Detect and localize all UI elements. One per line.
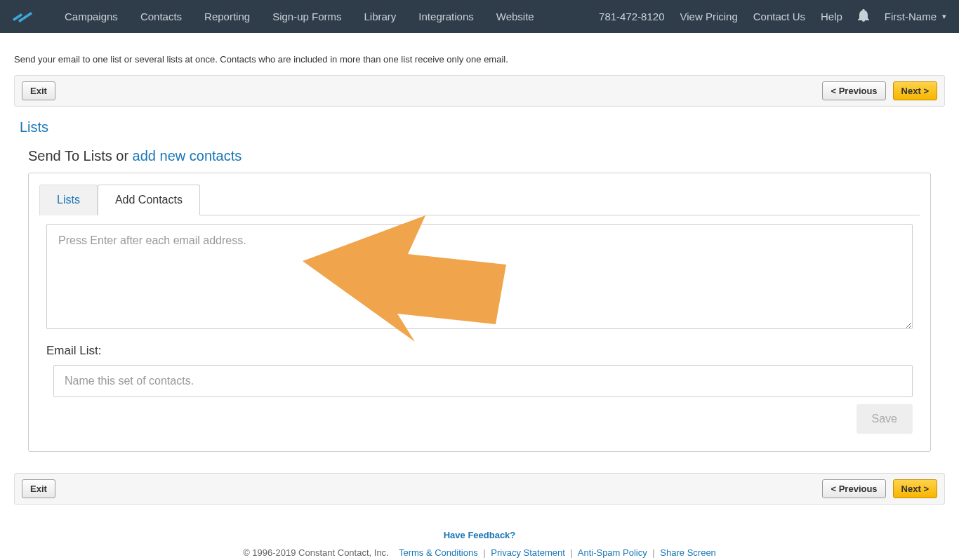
nav-contact-us[interactable]: Contact Us [753, 11, 805, 22]
footer: Have Feedback? © 1996-2019 Constant Cont… [0, 517, 959, 560]
intro-text: Send your email to one list or several l… [14, 54, 945, 65]
action-bar-bottom: Exit < Previous Next > [14, 473, 945, 505]
chevron-down-icon: ▾ [942, 12, 946, 21]
nav-signup-forms[interactable]: Sign-up Forms [261, 11, 352, 22]
nav-website[interactable]: Website [485, 11, 545, 22]
previous-button-bottom[interactable]: < Previous [822, 479, 885, 498]
top-nav: Campaigns Contacts Reporting Sign-up For… [0, 0, 959, 33]
nav-phone[interactable]: 781-472-8120 [599, 11, 664, 22]
user-menu[interactable]: First-Name ▾ [885, 11, 946, 22]
exit-button-bottom[interactable]: Exit [22, 479, 55, 498]
user-name: First-Name [885, 11, 937, 22]
copyright: © 1996-2019 Constant Contact, Inc. [243, 547, 389, 558]
previous-button[interactable]: < Previous [822, 81, 885, 100]
exit-button[interactable]: Exit [22, 81, 55, 100]
next-button[interactable]: Next > [893, 81, 937, 100]
nav-integrations[interactable]: Integrations [407, 11, 484, 22]
logo-icon [13, 11, 32, 23]
nav-campaigns[interactable]: Campaigns [53, 11, 129, 22]
save-button[interactable]: Save [857, 404, 913, 434]
tab-content: Email List: Save [39, 215, 920, 434]
add-new-contacts-link[interactable]: add new contacts [133, 148, 242, 164]
email-list-name-input[interactable] [53, 365, 913, 397]
section-title: Lists [20, 119, 945, 135]
privacy-link[interactable]: Privacy Statement [491, 547, 565, 558]
logo[interactable] [13, 11, 32, 23]
bell-icon[interactable] [858, 9, 869, 24]
action-bar-top: Exit < Previous Next > [14, 75, 945, 107]
nav-right: 781-472-8120 View Pricing Contact Us Hel… [599, 9, 946, 24]
email-addresses-input[interactable] [46, 224, 913, 329]
tab-lists[interactable]: Lists [39, 185, 98, 215]
send-to-subtitle: Send To Lists or add new contacts [28, 148, 945, 164]
next-button-bottom[interactable]: Next > [893, 479, 937, 498]
share-screen-link[interactable]: Share Screen [660, 547, 716, 558]
feedback-link[interactable]: Have Feedback? [0, 530, 959, 540]
nav-library[interactable]: Library [353, 11, 408, 22]
terms-link[interactable]: Terms & Conditions [399, 547, 478, 558]
tab-add-contacts[interactable]: Add Contacts [98, 185, 200, 215]
nav-reporting[interactable]: Reporting [193, 11, 261, 22]
main-panel: Lists Add Contacts Email List: Save [28, 173, 931, 452]
nav-help[interactable]: Help [821, 11, 842, 22]
nav-contacts[interactable]: Contacts [129, 11, 193, 22]
nav-pricing[interactable]: View Pricing [680, 11, 738, 22]
antispam-link[interactable]: Anti-Spam Policy [578, 547, 647, 558]
tabs: Lists Add Contacts [39, 184, 920, 215]
email-list-label: Email List: [46, 344, 913, 358]
nav-items: Campaigns Contacts Reporting Sign-up For… [53, 11, 599, 22]
subtitle-prefix: Send To Lists or [28, 148, 133, 164]
